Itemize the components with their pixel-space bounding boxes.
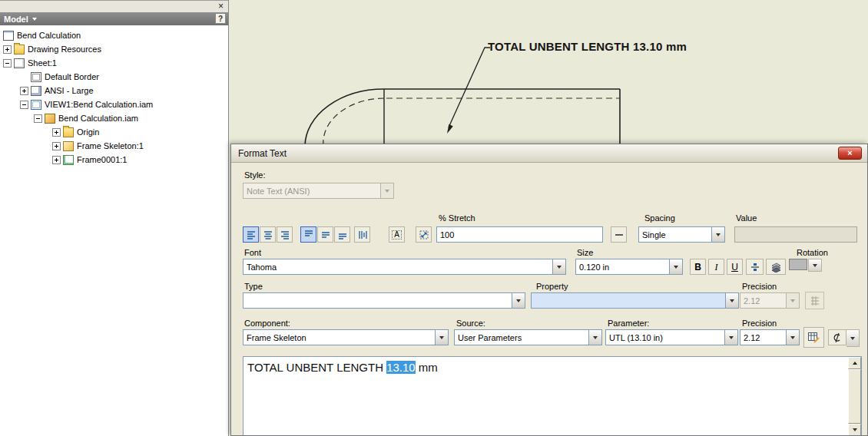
size-combo[interactable]: 0.120 in: [575, 259, 683, 275]
component-select[interactable]: Frame Skeleton: [243, 329, 449, 345]
expander-minus-icon[interactable]: [3, 59, 12, 68]
size-label: Size: [577, 248, 593, 257]
align-center-button[interactable]: [260, 226, 276, 243]
align-right-button[interactable]: [277, 226, 293, 243]
chevron-down-icon[interactable]: [512, 293, 525, 308]
italic-button[interactable]: I: [708, 259, 724, 275]
property-label: Property: [536, 282, 568, 291]
tree-item-label: Bend Calculation.iam: [58, 114, 138, 123]
tree-item-drawing-resources[interactable]: Drawing Resources: [2, 42, 227, 56]
help-button[interactable]: ?: [215, 13, 226, 24]
align-left-button[interactable]: [243, 226, 259, 243]
chevron-down-icon[interactable]: [669, 259, 682, 274]
panel-title-bar: ×: [0, 0, 228, 13]
font-select[interactable]: Tahoma: [243, 259, 566, 275]
expander-plus-icon[interactable]: [52, 156, 61, 164]
scroll-down-button[interactable]: [848, 424, 861, 436]
chevron-down-icon[interactable]: [786, 330, 799, 345]
browser-header-title: Model: [4, 15, 28, 24]
tree-item-label: Drawing Resources: [28, 45, 101, 54]
rotation-swatch: [789, 259, 807, 270]
fit-text-button[interactable]: [416, 226, 432, 243]
text-box-button[interactable]: A: [389, 226, 405, 243]
tree-item-label: VIEW1:Bend Calculation.iam: [45, 100, 153, 109]
underline-button[interactable]: U: [727, 259, 743, 275]
dimension-annotation[interactable]: TOTAL UNBENT LENGTH 13.10 mm: [488, 40, 687, 53]
expander-minus-icon[interactable]: [20, 101, 28, 109]
expander-plus-icon[interactable]: [52, 142, 61, 150]
parameter-select[interactable]: UTL (13.10 in): [605, 329, 738, 345]
valign-top-button[interactable]: [300, 226, 316, 243]
precision-lower-select[interactable]: 2.12: [740, 329, 800, 345]
part-icon: [63, 141, 74, 151]
chevron-down-icon[interactable]: [588, 330, 601, 345]
horizontal-rule-button[interactable]: [611, 226, 627, 243]
stacked-text-button[interactable]: [746, 259, 764, 275]
editor-scrollbar[interactable]: [848, 357, 861, 436]
browser-header[interactable]: Model: [0, 12, 228, 25]
valign-middle-button[interactable]: [317, 226, 333, 243]
tree-item-origin[interactable]: Origin: [2, 125, 227, 139]
valign-middle-icon: [320, 230, 331, 240]
panel-close-icon[interactable]: ×: [218, 1, 224, 12]
symbol-dropdown[interactable]: [828, 329, 860, 345]
tree-item-bend-calculation-iam[interactable]: Bend Calculation.iam: [2, 111, 227, 125]
chevron-down-icon[interactable]: [808, 259, 822, 272]
font-label: Font: [244, 248, 261, 257]
style-select[interactable]: Note Text (ANSI): [243, 183, 394, 199]
close-button[interactable]: ×: [838, 147, 862, 160]
tree-item-label: Default Border: [45, 72, 99, 81]
tree-item-sheet-1[interactable]: Sheet:1: [2, 56, 227, 70]
view-icon: [31, 100, 41, 110]
chevron-down-icon[interactable]: [724, 330, 737, 345]
underline-label: U: [731, 263, 738, 272]
centerline-symbol-icon: [828, 329, 846, 345]
type-select[interactable]: [243, 292, 525, 309]
expander-plus-icon[interactable]: [3, 45, 12, 54]
spacing-select[interactable]: Single: [638, 226, 725, 243]
bold-button[interactable]: B: [690, 259, 706, 275]
style-value: Note Text (ANSI): [247, 187, 380, 196]
chevron-down-icon[interactable]: [846, 329, 860, 347]
tree-item-bend-calculation[interactable]: Bend Calculation: [2, 28, 227, 42]
expander-plus-icon[interactable]: [20, 87, 28, 95]
assembly-icon: [45, 114, 55, 124]
sheet-icon: [14, 58, 25, 68]
rotation-dropdown[interactable]: [789, 259, 822, 272]
scrollbar-thumb[interactable]: [848, 369, 861, 424]
dialog-title-bar[interactable]: Format Text: [231, 144, 867, 163]
line-spacing-button[interactable]: [354, 226, 370, 243]
border-icon: [31, 72, 41, 82]
editor-text-after: mm: [416, 361, 438, 374]
chevron-down-icon[interactable]: [711, 227, 724, 242]
expander-minus-icon[interactable]: [34, 114, 42, 123]
text-color-button[interactable]: [766, 259, 786, 275]
tree-item-view1[interactable]: VIEW1:Bend Calculation.iam: [2, 97, 227, 111]
tree-item-ansi-large[interactable]: ANSI - Large: [2, 84, 227, 97]
tree-item-frame0001[interactable]: Frame0001:1: [2, 153, 227, 167]
source-label: Source:: [456, 319, 485, 328]
precision-upper-label: Precision: [742, 282, 777, 291]
editor-textarea[interactable]: TOTAL UNBENT LENGTH 13.10 mm: [243, 356, 862, 436]
source-select[interactable]: User Parameters: [454, 329, 602, 345]
chevron-down-icon[interactable]: [435, 330, 448, 345]
tree-item-default-border[interactable]: Default Border: [2, 70, 227, 84]
precision-upper-select: 2.12: [740, 292, 800, 309]
parameter-value: UTL (13.10 in): [609, 333, 724, 342]
valign-bottom-button[interactable]: [334, 226, 350, 243]
stretch-input[interactable]: [436, 226, 603, 243]
tube-hidden-arc: [323, 98, 386, 146]
layers-icon: [770, 262, 782, 272]
chevron-down-icon[interactable]: [552, 259, 565, 274]
add-parameter-icon: [807, 331, 820, 344]
scroll-up-button[interactable]: [848, 357, 861, 369]
property-select[interactable]: [531, 292, 739, 309]
expander-plus-icon[interactable]: [52, 128, 61, 137]
chevron-down-icon[interactable]: [725, 293, 738, 308]
editor-text-before: TOTAL UNBENT LENGTH: [247, 361, 386, 374]
tree-item-frame-skeleton[interactable]: Frame Skeleton:1: [2, 139, 227, 153]
grid-disabled-icon: [810, 296, 820, 306]
add-parameter-button[interactable]: [803, 327, 824, 348]
italic-label: I: [715, 263, 718, 272]
tree-item-label: Frame Skeleton:1: [77, 141, 144, 150]
